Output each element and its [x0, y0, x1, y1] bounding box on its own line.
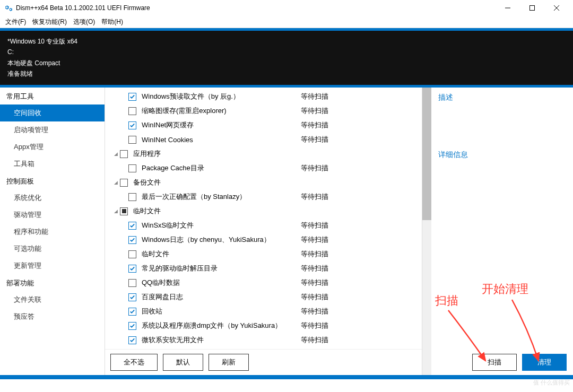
list-group[interactable]: ◢ 应用程序 [105, 147, 422, 161]
app-icon [4, 5, 13, 12]
list-item[interactable]: 临时文件 等待扫描 [105, 247, 422, 262]
description-header: 描述 [438, 93, 565, 102]
cleanup-list[interactable]: Windows预读取文件（by 辰g.） 等待扫描 缩略图缓存(需重启explo… [105, 88, 422, 349]
list-group[interactable]: ◢ 临时文件 [105, 204, 422, 219]
expand-icon[interactable]: ◢ [112, 151, 119, 156]
list-item[interactable]: Windows日志（by chenyu、YukiSakura） 等待扫描 [105, 233, 422, 247]
checkbox[interactable] [128, 279, 136, 287]
scrollbar-thumb[interactable] [422, 88, 431, 220]
item-status: 等待扫描 [301, 307, 328, 316]
sidebar-item-file-assoc[interactable]: 文件关联 [0, 291, 105, 308]
sidebar-item-appx[interactable]: Appx管理 [0, 138, 105, 155]
sidebar-group-control: 控制面板 [0, 172, 105, 189]
default-button[interactable]: 默认 [163, 354, 203, 371]
menu-options[interactable]: 选项(O) [70, 16, 98, 28]
deselect-all-button[interactable]: 全不选 [110, 354, 158, 371]
checkbox[interactable] [120, 179, 128, 187]
checkbox[interactable] [120, 150, 128, 158]
list-item[interactable]: 微软系安软无用文件 等待扫描 [105, 333, 422, 347]
minimize-button[interactable] [496, 0, 520, 16]
list-item[interactable]: WinSxS临时文件 等待扫描 [105, 219, 422, 233]
button-bar: 全不选 默认 刷新 [105, 349, 422, 375]
maximize-button[interactable] [520, 0, 544, 16]
item-status: 等待扫描 [301, 120, 328, 130]
expand-icon[interactable]: ◢ [112, 180, 119, 185]
sidebar-group-common: 常用工具 [0, 88, 105, 104]
close-button[interactable] [544, 0, 569, 16]
right-pane: 描述 详细信息 扫描 清理 [422, 88, 573, 375]
header-disk: 本地硬盘 Compact [7, 58, 566, 68]
list-group[interactable]: ◢ 备份文件 [105, 176, 422, 190]
group-label: 临时文件 [133, 206, 292, 216]
item-status: 等待扫描 [301, 292, 328, 302]
item-status: 等待扫描 [301, 92, 328, 101]
sidebar-item-space-recycle[interactable]: 空间回收 [0, 104, 105, 121]
checkbox[interactable] [128, 265, 136, 273]
item-status: 等待扫描 [301, 249, 328, 259]
item-label: Windows预读取文件（by 辰g.） [142, 92, 301, 101]
sidebar-item-optimize[interactable]: 系统优化 [0, 189, 105, 206]
item-label: 系统以及程序崩溃dmp文件（by YukiSakura） [142, 321, 301, 330]
checkbox[interactable] [128, 322, 136, 330]
list-item[interactable]: 系统以及程序崩溃dmp文件（by YukiSakura） 等待扫描 [105, 319, 422, 333]
checkbox[interactable] [128, 193, 136, 201]
sidebar-item-toolbox[interactable]: 工具箱 [0, 155, 105, 172]
item-status: 等待扫描 [301, 163, 328, 173]
sidebar-item-preanswer[interactable]: 预应答 [0, 308, 105, 325]
item-label: WinSxS临时文件 [142, 221, 301, 230]
checkbox[interactable] [128, 236, 136, 244]
checkbox[interactable] [128, 121, 136, 129]
item-label: WinINet网页缓存 [142, 120, 301, 130]
sidebar-item-updates[interactable]: 更新管理 [0, 257, 105, 274]
list-item[interactable]: Windows预读取文件（by 辰g.） 等待扫描 [105, 90, 422, 104]
checkbox[interactable] [128, 136, 136, 144]
item-status: 等待扫描 [301, 235, 328, 245]
checkbox[interactable] [128, 107, 136, 115]
checkbox[interactable] [128, 164, 136, 172]
checkbox[interactable] [128, 222, 136, 230]
checkbox-indeterminate[interactable] [120, 207, 128, 215]
group-label: 备份文件 [133, 178, 292, 187]
item-label: 缩略图缓存(需重启explorer) [142, 106, 301, 116]
list-item[interactable]: Package Cache目录 等待扫描 [105, 161, 422, 176]
scan-button[interactable]: 扫描 [472, 354, 517, 371]
checkbox[interactable] [128, 93, 136, 101]
item-label: 百度网盘日志 [142, 292, 301, 302]
header-drive: C: [7, 47, 566, 57]
item-label: 回收站 [142, 307, 301, 316]
window-title: Dism++x64 Beta 10.1.2002.101 UEFI Firmwa… [16, 4, 496, 12]
list-item[interactable]: 最后一次正确配置（by Stanlazy） 等待扫描 [105, 190, 422, 204]
checkbox[interactable] [128, 293, 136, 301]
list-item[interactable]: 百度网盘日志 等待扫描 [105, 290, 422, 304]
footer-accent [0, 375, 573, 379]
checkbox[interactable] [128, 336, 136, 344]
item-label: 最后一次正确配置（by Stanlazy） [142, 192, 301, 202]
sidebar-group-deploy: 部署功能 [0, 274, 105, 291]
menu-help[interactable]: 帮助(H) [98, 16, 126, 28]
list-item[interactable]: 缩略图缓存(需重启explorer) 等待扫描 [105, 104, 422, 118]
item-label: WinINet Cookies [142, 136, 301, 144]
sidebar-item-drivers[interactable]: 驱动管理 [0, 206, 105, 223]
sidebar-item-programs[interactable]: 程序和功能 [0, 223, 105, 240]
list-item[interactable]: WinINet Cookies 等待扫描 [105, 133, 422, 147]
sidebar-item-startup[interactable]: 启动项管理 [0, 121, 105, 138]
header-os: *Windows 10 专业版 x64 [7, 36, 566, 47]
checkbox[interactable] [128, 250, 136, 258]
checkbox[interactable] [128, 308, 136, 316]
clean-button[interactable]: 清理 [522, 354, 567, 371]
expand-icon[interactable]: ◢ [112, 208, 119, 214]
group-label: 应用程序 [133, 149, 292, 159]
content: Windows预读取文件（by 辰g.） 等待扫描 缩略图缓存(需重启explo… [105, 88, 422, 375]
sidebar-item-optional[interactable]: 可选功能 [0, 240, 105, 257]
list-item[interactable]: WinINet网页缓存 等待扫描 [105, 118, 422, 133]
refresh-button[interactable]: 刷新 [209, 354, 249, 371]
scrollbar-track[interactable] [422, 88, 431, 375]
menu-recover[interactable]: 恢复功能(R) [29, 16, 70, 28]
svg-rect-0 [530, 6, 535, 11]
menu-file[interactable]: 文件(F) [2, 16, 29, 28]
header-status: 准备就绪 [7, 68, 566, 79]
list-item[interactable]: 常见的驱动临时解压目录 等待扫描 [105, 262, 422, 276]
list-item[interactable]: 回收站 等待扫描 [105, 304, 422, 319]
item-label: Windows日志（by chenyu、YukiSakura） [142, 235, 301, 245]
list-item[interactable]: QQ临时数据 等待扫描 [105, 276, 422, 290]
